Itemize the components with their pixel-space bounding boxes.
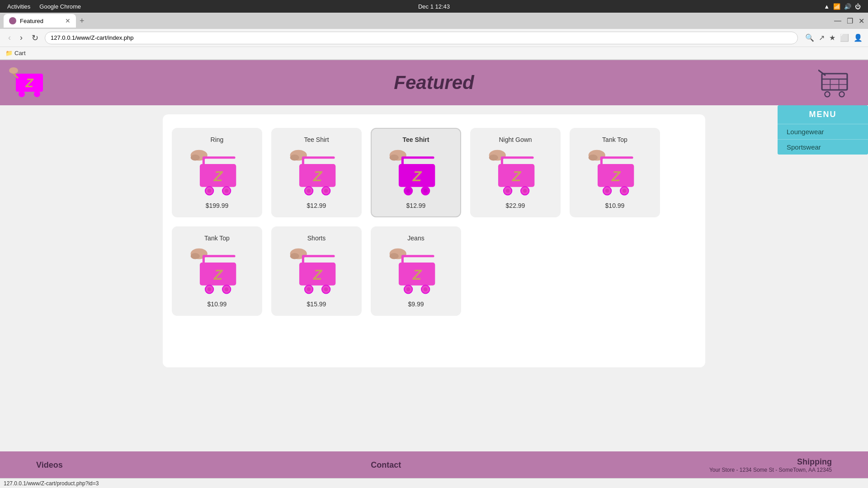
volume-icon: 🔊: [844, 3, 851, 10]
site-footer: Videos Contact Shipping Your Store - 123…: [0, 451, 868, 479]
header-cart-icon[interactable]: [818, 67, 854, 100]
product-price: $199.99: [206, 202, 229, 209]
search-icon[interactable]: 🔍: [805, 33, 814, 42]
product-price: $12.99: [406, 202, 426, 209]
tab-favicon: [9, 17, 16, 24]
svg-point-83: [324, 287, 328, 291]
svg-text:Z: Z: [25, 76, 33, 90]
product-card[interactable]: Tee Shirt Z $12.99: [371, 128, 461, 217]
profile-icon[interactable]: 👤: [854, 33, 863, 42]
product-card[interactable]: Jeans Z $9.99: [371, 226, 461, 316]
svg-text:Z: Z: [213, 267, 223, 283]
svg-point-51: [506, 189, 509, 192]
app-name: Google Chrome: [39, 3, 81, 10]
svg-point-63: [623, 189, 626, 192]
product-grid: Ring Z $199.99 Tee Shirt Z: [172, 128, 696, 316]
minimize-button[interactable]: —: [834, 17, 841, 25]
folder-icon: 📁: [5, 50, 13, 56]
footer-contact[interactable]: Contact: [371, 460, 401, 470]
svg-point-53: [523, 189, 527, 192]
menu-panel: MENU Loungewear Sportswear: [778, 105, 868, 155]
svg-point-23: [225, 189, 228, 192]
svg-point-65: [191, 253, 200, 259]
power-icon: ⏻: [855, 3, 861, 10]
menu-item-sportswear[interactable]: Sportswear: [778, 139, 868, 155]
product-image: Z: [185, 245, 249, 297]
product-name: Tank Top: [602, 136, 627, 143]
signal-icon: 📶: [833, 3, 840, 10]
footer-videos[interactable]: Videos: [36, 460, 63, 470]
svg-point-5: [9, 67, 18, 74]
site-logo[interactable]: Z: [9, 65, 50, 101]
address-bar[interactable]: [45, 32, 798, 44]
svg-text:Z: Z: [412, 267, 422, 283]
product-card[interactable]: Tank Top Z $10.99: [172, 226, 262, 316]
extension-icon[interactable]: ⬜: [840, 33, 849, 42]
site-body: Ring Z $199.99 Tee Shirt Z: [0, 105, 868, 376]
svg-text:Z: Z: [313, 168, 323, 184]
product-image: Z: [285, 147, 348, 198]
product-image: Z: [285, 245, 348, 297]
svg-text:Z: Z: [213, 168, 223, 184]
svg-point-45: [489, 155, 498, 161]
tab-close-button[interactable]: ✕: [65, 17, 71, 24]
svg-text:Z: Z: [313, 267, 323, 283]
cart-bookmark[interactable]: 📁 Cart: [5, 50, 26, 56]
svg-text:Z: Z: [611, 168, 621, 184]
svg-point-75: [290, 253, 299, 259]
product-name: Tank Top: [204, 235, 230, 242]
product-image: Z: [484, 147, 547, 198]
svg-point-81: [307, 287, 311, 291]
product-card[interactable]: Tee Shirt Z $12.99: [271, 128, 362, 217]
svg-text:Z: Z: [412, 168, 422, 184]
product-card[interactable]: Night Gown Z $22.99: [470, 128, 561, 217]
forward-button[interactable]: ›: [17, 32, 25, 43]
product-price: $12.99: [307, 202, 326, 209]
product-card[interactable]: Shorts Z $15.99: [271, 226, 362, 316]
product-name: Shorts: [307, 235, 326, 242]
product-price: $22.99: [506, 202, 525, 209]
svg-point-91: [406, 287, 410, 291]
product-image: Z: [185, 147, 249, 198]
os-bar: Activities Google Chrome Dec 1 12:43 ▲ 📶…: [0, 0, 868, 13]
refresh-button[interactable]: ↻: [29, 32, 41, 44]
active-tab[interactable]: Featured ✕: [4, 14, 76, 28]
back-button[interactable]: ‹: [5, 32, 14, 43]
svg-point-4: [34, 91, 40, 97]
svg-point-15: [191, 155, 200, 161]
svg-point-41: [406, 189, 410, 192]
product-price: $9.99: [408, 300, 424, 308]
nav-bar: ‹ › ↻ 🔍 ↗ ★ ⬜ 👤: [0, 29, 868, 47]
svg-point-12: [825, 92, 830, 97]
footer-address: Your Store - 1234 Some St - SomeTown, AA…: [709, 467, 832, 473]
svg-point-73: [225, 287, 228, 291]
product-grid-container: Ring Z $199.99 Tee Shirt Z: [163, 114, 705, 367]
page-title: Featured: [394, 72, 474, 94]
bookmark-icon[interactable]: ★: [829, 33, 835, 42]
product-image: Z: [384, 245, 448, 297]
svg-point-93: [424, 287, 427, 291]
svg-point-43: [424, 189, 427, 192]
restore-button[interactable]: ❐: [847, 17, 853, 25]
svg-point-61: [605, 189, 609, 192]
window-controls[interactable]: — ❐ ✕: [834, 17, 864, 25]
product-name: Night Gown: [499, 136, 532, 143]
bookmarks-bar: 📁 Cart: [0, 47, 868, 60]
product-card[interactable]: Ring Z $199.99: [172, 128, 262, 217]
new-tab-button[interactable]: +: [80, 16, 85, 26]
svg-point-13: [839, 92, 844, 97]
svg-point-35: [390, 155, 399, 161]
share-icon[interactable]: ↗: [819, 33, 825, 42]
footer-shipping[interactable]: Shipping: [709, 457, 832, 467]
product-card[interactable]: Tank Top Z $10.99: [570, 128, 660, 217]
svg-text:Z: Z: [512, 168, 522, 184]
svg-point-21: [208, 189, 211, 192]
svg-point-33: [324, 189, 328, 192]
product-name: Ring: [211, 136, 224, 143]
tab-title: Featured: [20, 18, 43, 24]
product-name: Tee Shirt: [304, 136, 329, 143]
product-price: $10.99: [208, 300, 227, 308]
activities-button[interactable]: Activities: [7, 3, 30, 10]
menu-item-loungewear[interactable]: Loungewear: [778, 124, 868, 139]
close-button[interactable]: ✕: [859, 17, 864, 25]
